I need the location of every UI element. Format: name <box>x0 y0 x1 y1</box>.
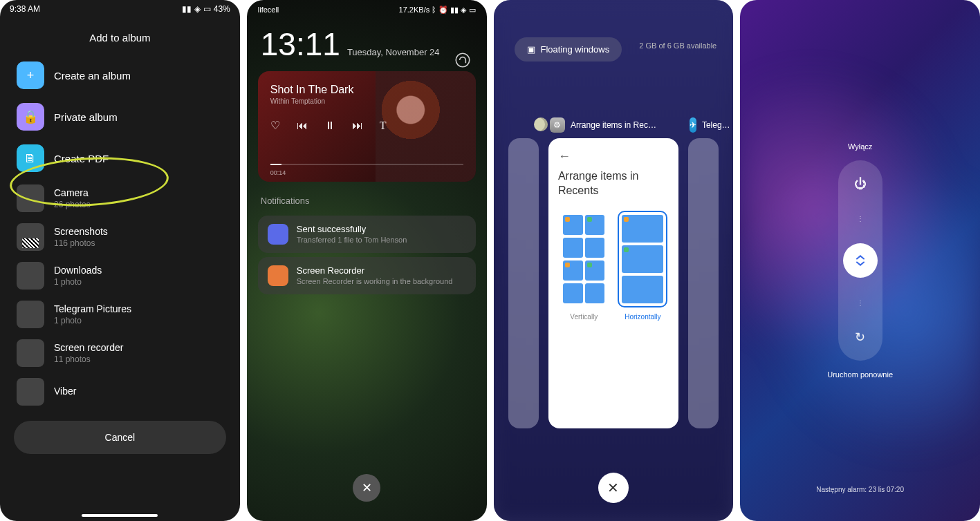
net-speed: 17.2KB/s <box>399 6 430 14</box>
album-telegram[interactable]: Telegram Pictures 1 photo <box>0 295 240 334</box>
status-bar: 9:38 AM ▮▮ ◈ ▭ 43% <box>0 0 240 18</box>
option-horizontal[interactable]: Horizontally <box>617 211 669 321</box>
carrier-label: lifecell <box>258 6 279 15</box>
album-downloads[interactable]: Downloads 1 photo <box>0 256 240 295</box>
elapsed-time: 00:14 <box>270 169 286 176</box>
album-thumb <box>17 378 44 406</box>
battery-icon: ▭ <box>469 6 476 14</box>
album-camera[interactable]: Camera 26 photos <box>0 179 240 218</box>
pdf-icon: 🗎 <box>17 144 44 172</box>
album-screenshots[interactable]: Screenshots 116 photos <box>0 218 240 256</box>
recents-carousel[interactable]: ⚙ Arrange items in Rec… ← Arrange items … <box>494 117 734 428</box>
private-album-button[interactable]: 🔒 Private album <box>0 96 240 138</box>
recent-app-left[interactable] <box>508 117 539 428</box>
sheet-title: Add to album <box>0 18 240 55</box>
recent-app-telegram[interactable]: ✈ Teleg… <box>688 117 719 428</box>
clear-notifications-button[interactable]: ✕ <box>353 474 380 502</box>
like-icon[interactable]: ♡ <box>270 119 280 132</box>
memory-status: 2 GB of 6 GB available <box>639 41 716 50</box>
option-vertical[interactable]: Vertically <box>558 211 610 321</box>
album-thumb <box>17 339 44 367</box>
phone-recents: ▣ Floating windows 2 GB of 6 GB availabl… <box>494 0 734 521</box>
wifi-icon: ◈ <box>461 6 466 14</box>
next-icon[interactable]: ⏭ <box>352 120 363 132</box>
create-album-button[interactable]: + Create an album <box>0 55 240 96</box>
phone-power-menu: Wyłącz ⏻ ⋮ ⋮ ↻ Uruchom ponownie Następny… <box>740 0 980 521</box>
dots-decor: ⋮ <box>857 215 864 222</box>
floating-windows-button[interactable]: ▣ Floating windows <box>515 37 622 61</box>
notification-sharing[interactable]: Sent successfully Transferred 1 file to … <box>258 216 476 253</box>
svg-point-0 <box>456 53 470 67</box>
slider-knob[interactable] <box>843 243 878 278</box>
next-alarm-label: Następny alarm: 23 lis 07:20 <box>816 486 904 493</box>
lock-date: Tuesday, November 24 <box>347 47 440 57</box>
card-title: Arrange items in Recents <box>558 169 669 198</box>
telegram-icon: ✈ <box>690 117 696 133</box>
phone-lockscreen: lifecell 17.2KB/s ᛒ ⏰ ▮▮ ◈ ▭ 13:11 Tuesd… <box>247 0 487 521</box>
song-title: Shot In The Dark <box>270 84 463 96</box>
settings-icon: ⚙ <box>550 117 565 133</box>
reboot-icon[interactable]: ↻ <box>851 328 870 347</box>
album-thumb <box>17 184 44 212</box>
power-icon[interactable]: ⏻ <box>851 174 870 193</box>
dots-decor: ⋮ <box>857 299 864 307</box>
bluetooth-icon: ᛒ <box>432 6 438 14</box>
status-bar: lifecell 17.2KB/s ᛒ ⏰ ▮▮ ◈ ▭ <box>247 0 487 20</box>
cancel-button[interactable]: Cancel <box>14 421 226 454</box>
share-app-icon <box>268 224 288 245</box>
progress-bar[interactable] <box>270 164 463 165</box>
lock-clock: 13:11 <box>261 26 340 63</box>
album-viber[interactable]: Viber <box>0 372 240 411</box>
status-right: ▮▮ ◈ ▭ 43% <box>182 4 230 14</box>
recorder-app-icon <box>268 265 288 286</box>
album-thumb <box>17 301 44 328</box>
battery-percent: 43% <box>214 4 230 14</box>
wifi-icon: ◈ <box>194 4 201 14</box>
battery-icon: ▭ <box>203 4 211 14</box>
notifications-label: Notifications <box>247 190 487 211</box>
album-thumb <box>17 223 44 251</box>
album-screen-recorder[interactable]: Screen recorder 11 photos <box>0 334 240 372</box>
back-icon[interactable]: ← <box>558 149 669 164</box>
create-pdf-button[interactable]: 🗎 Create PDF <box>0 138 240 179</box>
lock-icon: 🔒 <box>17 103 44 131</box>
album-thumb <box>17 262 44 290</box>
signal-icon: ▮▮ <box>182 4 192 14</box>
signal-icon: ▮▮ <box>450 6 459 14</box>
artist-name: Within Temptation <box>270 97 463 105</box>
reboot-label: Uruchom ponownie <box>827 370 893 379</box>
recent-app-settings[interactable]: ⚙ Arrange items in Rec… ← Arrange items … <box>548 117 678 428</box>
pause-icon[interactable]: ⏸ <box>324 120 335 132</box>
clock: 9:38 AM <box>10 4 40 14</box>
plus-icon: + <box>17 61 44 89</box>
settings-card[interactable]: ← Arrange items in Recents Vertically <box>548 138 678 428</box>
lyrics-icon[interactable]: T <box>380 120 387 132</box>
notification-recorder[interactable]: Screen Recorder Screen Recorder is worki… <box>258 257 476 294</box>
alarm-icon: ⏰ <box>438 6 448 14</box>
clear-recents-button[interactable]: ✕ <box>598 473 629 503</box>
phone-gallery-sheet: 9:38 AM ▮▮ ◈ ▭ 43% Add to album + Create… <box>0 0 240 521</box>
prev-icon[interactable]: ⏮ <box>297 120 308 132</box>
music-widget[interactable]: Shot In The Dark Within Temptation ♡ ⏮ ⏸… <box>258 71 476 182</box>
power-off-label: Wyłącz <box>848 142 872 151</box>
home-indicator[interactable] <box>82 514 158 517</box>
status-right: 17.2KB/s ᛒ ⏰ ▮▮ ◈ ▭ <box>399 6 476 15</box>
floating-icon: ▣ <box>527 44 535 55</box>
power-slider[interactable]: ⏻ ⋮ ⋮ ↻ <box>838 160 882 361</box>
fingerprint-icon[interactable] <box>454 51 472 69</box>
